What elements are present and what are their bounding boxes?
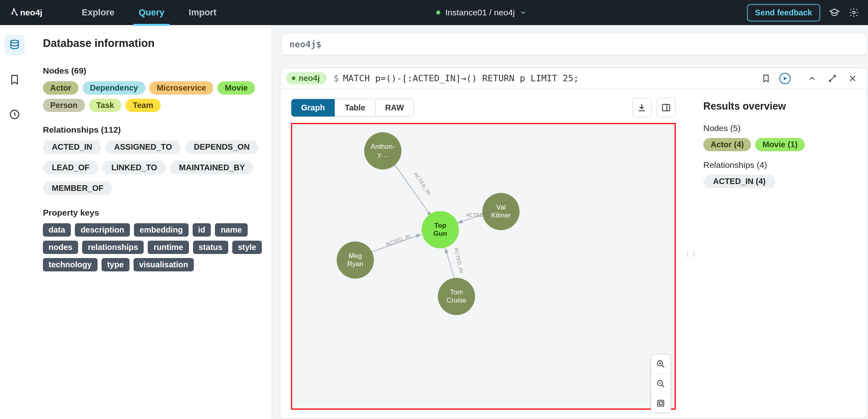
property-key-chips: datadescriptionembeddingidnamenodesrelat… bbox=[43, 223, 263, 271]
node-label-chip[interactable]: Task bbox=[89, 99, 121, 112]
db-pill-label: neo4j bbox=[299, 74, 320, 83]
node-label-chip[interactable]: Microservice bbox=[149, 81, 213, 95]
node-label-chip[interactable]: Dependency bbox=[83, 81, 145, 95]
svg-rect-8 bbox=[662, 104, 670, 111]
svg-point-5 bbox=[11, 40, 19, 43]
nodes-header: Nodes (69) bbox=[43, 66, 263, 76]
node-label-chip[interactable]: Person bbox=[43, 99, 85, 112]
overview-title: Results overview bbox=[703, 100, 867, 112]
overview-node-chip[interactable]: Actor (4) bbox=[703, 138, 751, 151]
rail-database-button[interactable] bbox=[4, 35, 25, 55]
property-key-chip[interactable]: type bbox=[102, 258, 129, 271]
rail-history-button[interactable] bbox=[4, 104, 25, 125]
query-row: neo4j $MATCH p=()-[:ACTED_IN]→() RETURN … bbox=[280, 68, 867, 89]
property-key-chip[interactable]: technology bbox=[43, 258, 98, 271]
db-pill[interactable]: neo4j bbox=[286, 72, 327, 85]
property-key-chip[interactable]: nodes bbox=[43, 241, 78, 254]
property-key-chip[interactable]: visualisation bbox=[134, 258, 194, 271]
graph-node-actor[interactable]: Anthon-y… bbox=[364, 132, 401, 169]
close-icon[interactable] bbox=[848, 74, 857, 83]
clock-icon bbox=[9, 109, 20, 120]
send-feedback-button[interactable]: Send feedback bbox=[747, 4, 820, 21]
main-nav: Explore Query Import bbox=[82, 1, 216, 24]
nav-explore[interactable]: Explore bbox=[82, 1, 115, 24]
toggle-panel-button[interactable] bbox=[656, 98, 676, 117]
svg-point-4 bbox=[853, 11, 855, 14]
property-key-chip[interactable]: style bbox=[232, 241, 262, 254]
node-label-chip[interactable]: Team bbox=[125, 99, 161, 112]
status-dot-icon bbox=[292, 76, 295, 80]
overview-rel-label: Relationships (4) bbox=[703, 160, 867, 170]
results-overview: Results overview Nodes (5) Actor (4)Movi… bbox=[697, 89, 867, 419]
relationship-chip[interactable]: LEAD_OF bbox=[46, 161, 95, 174]
relationship-chip[interactable]: DEPENDS_ON bbox=[188, 140, 255, 154]
overview-nodes-label: Nodes (5) bbox=[703, 123, 867, 133]
download-button[interactable] bbox=[632, 98, 652, 117]
zoom-controls bbox=[651, 354, 671, 413]
run-button[interactable] bbox=[779, 73, 791, 84]
gear-icon[interactable] bbox=[849, 7, 859, 18]
node-label-chip[interactable]: Movie bbox=[217, 81, 255, 95]
relationship-chip[interactable]: ASSIGNED_TO bbox=[108, 140, 178, 154]
svg-marker-7 bbox=[784, 77, 787, 80]
result-card: neo4j $MATCH p=()-[:ACTED_IN]→() RETURN … bbox=[280, 68, 867, 419]
graduation-cap-icon[interactable] bbox=[829, 7, 840, 18]
graph-node-actor[interactable]: MegRyan bbox=[337, 241, 374, 279]
node-label-chips: ActorDependencyMicroserviceMoviePersonTa… bbox=[43, 81, 263, 112]
prompt-db: neo4j bbox=[289, 39, 316, 49]
rail-bookmarks-button[interactable] bbox=[4, 70, 25, 90]
query-text: $MATCH p=()-[:ACTED_IN]→() RETURN p LIMI… bbox=[333, 73, 579, 83]
property-keys-header: Property keys bbox=[43, 208, 263, 218]
property-key-chip[interactable]: id bbox=[193, 223, 211, 237]
property-key-chip[interactable]: data bbox=[43, 223, 71, 237]
main-area: neo4j$ neo4j $MATCH p=()-[:ACTED_IN]→() … bbox=[272, 25, 868, 419]
graph-node-actor[interactable]: TomCruise bbox=[438, 278, 475, 315]
zoom-in-button[interactable] bbox=[651, 354, 671, 374]
status-dot-icon bbox=[436, 11, 440, 15]
relationship-chip[interactable]: MAINTAINED_BY bbox=[173, 161, 250, 174]
relationship-chip[interactable]: ACTED_IN bbox=[46, 140, 98, 154]
overview-node-chip[interactable]: Movie (1) bbox=[755, 138, 805, 151]
zoom-fit-button[interactable] bbox=[651, 393, 671, 413]
node-label-chip[interactable]: Actor bbox=[43, 81, 79, 95]
graph-node-actor[interactable]: ValKilmer bbox=[482, 193, 520, 230]
view-graph-tab[interactable]: Graph bbox=[291, 99, 335, 116]
database-icon bbox=[9, 39, 20, 51]
svg-line-19 bbox=[662, 385, 664, 387]
property-key-chip[interactable]: status bbox=[193, 241, 228, 254]
property-key-chip[interactable]: runtime bbox=[148, 241, 189, 254]
svg-line-15 bbox=[662, 365, 664, 368]
nav-import[interactable]: Import bbox=[189, 1, 216, 24]
left-rail bbox=[0, 25, 29, 419]
view-table-tab[interactable]: Table bbox=[335, 99, 375, 116]
bookmark-icon[interactable] bbox=[762, 74, 770, 83]
chevron-up-icon[interactable] bbox=[808, 74, 817, 83]
logo: neo4j bbox=[11, 7, 62, 18]
graph-canvas[interactable]: Anthon-y… ValKilmer TomCruise MegRyan To… bbox=[291, 123, 676, 410]
topbar: neo4j Explore Query Import Instance01 / … bbox=[0, 0, 868, 25]
view-mode-segmented: Graph Table RAW bbox=[291, 99, 414, 117]
property-key-chip[interactable]: description bbox=[75, 223, 130, 237]
svg-text:neo4j: neo4j bbox=[20, 8, 42, 17]
resize-handle[interactable]: ⋮⋮ bbox=[685, 89, 697, 419]
view-raw-tab[interactable]: RAW bbox=[375, 99, 414, 116]
property-key-chip[interactable]: embedding bbox=[134, 223, 189, 237]
relationship-chip[interactable]: MEMBER_OF bbox=[46, 182, 109, 195]
relationship-chips: ACTED_INASSIGNED_TODEPENDS_ONLEAD_OFLINK… bbox=[43, 140, 263, 195]
sidebar-title: Database information bbox=[43, 37, 263, 50]
graph-pane: Graph Table RAW bbox=[280, 89, 685, 419]
svg-rect-22 bbox=[659, 402, 662, 404]
zoom-out-button[interactable] bbox=[651, 374, 671, 393]
property-key-chip[interactable]: relationships bbox=[82, 241, 144, 254]
relationship-chip[interactable]: LINKED_TO bbox=[106, 161, 163, 174]
expand-icon[interactable] bbox=[828, 74, 837, 83]
graph-node-movie[interactable]: TopGun bbox=[422, 211, 459, 248]
instance-switcher[interactable]: Instance01 / neo4j bbox=[436, 8, 527, 17]
sidebar: Database information Nodes (69) ActorDep… bbox=[29, 25, 272, 419]
nav-query[interactable]: Query bbox=[139, 1, 165, 24]
cypher-input[interactable]: neo4j$ bbox=[281, 33, 867, 55]
instance-name: Instance01 / neo4j bbox=[445, 8, 515, 17]
property-key-chip[interactable]: name bbox=[215, 223, 247, 237]
prompt-suffix: $ bbox=[316, 39, 321, 49]
overview-rel-chip[interactable]: ACTED_IN (4) bbox=[707, 175, 772, 188]
